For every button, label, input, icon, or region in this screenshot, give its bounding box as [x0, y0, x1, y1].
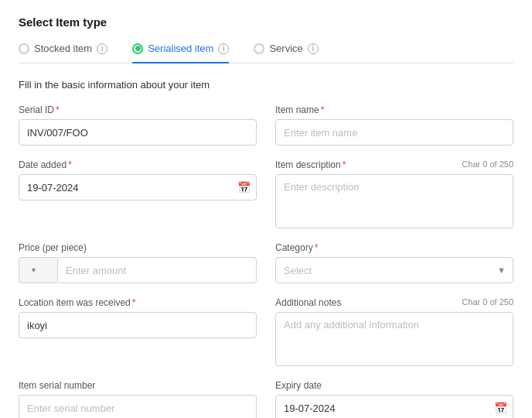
category-wrapper: Select ▼ [275, 257, 513, 283]
page-title: Select Item type [19, 15, 513, 29]
tab-stocked[interactable]: Stocked item i [19, 43, 107, 63]
additional-notes-label: Additional notes Char 0 of 250 [275, 297, 513, 308]
expiry-date-input[interactable] [275, 395, 513, 418]
category-label: Category* [275, 242, 513, 253]
location-label: Location item was received* [19, 297, 257, 308]
date-added-calendar-icon[interactable]: 📅 [237, 181, 251, 194]
item-description-required: * [343, 159, 346, 170]
tab-serialised-label: Serialised item [148, 43, 213, 54]
currency-select[interactable]: ▼ [19, 257, 57, 283]
date-added-group: Date added* 📅 [19, 159, 257, 228]
item-description-label: Item description* Char 0 of 250 [275, 159, 513, 170]
price-group: Price (per piece) ▼ [19, 242, 257, 283]
form-grid: Serial ID* Item name* Date added* 📅 Item… [19, 104, 513, 418]
serial-id-required: * [56, 104, 60, 115]
additional-notes-textarea[interactable] [275, 312, 513, 366]
expiry-date-wrapper: 📅 [275, 395, 513, 418]
location-required: * [132, 297, 136, 308]
item-serial-number-input[interactable] [19, 395, 257, 418]
item-name-required: * [321, 104, 325, 115]
tabs-container: Stocked item i Serialised item i Service… [19, 43, 513, 63]
currency-arrow-icon: ▼ [30, 266, 37, 274]
tab-serialised[interactable]: Serialised item i [132, 43, 229, 63]
tab-service-radio [254, 43, 264, 54]
location-input[interactable] [19, 312, 257, 338]
date-added-wrapper: 📅 [19, 174, 257, 200]
date-added-label: Date added* [19, 159, 257, 170]
service-info-icon[interactable]: i [308, 43, 319, 54]
item-name-label: Item name* [275, 104, 513, 115]
serial-id-group: Serial ID* [19, 104, 257, 146]
category-select[interactable]: Select [275, 257, 513, 283]
additional-notes-group: Additional notes Char 0 of 250 [275, 297, 513, 366]
expiry-date-label: Expiry date [275, 380, 513, 391]
category-required: * [315, 242, 319, 253]
item-name-input[interactable] [275, 119, 513, 146]
tab-serialised-radio [132, 43, 143, 54]
tab-service-label: Service [269, 43, 302, 54]
expiry-date-calendar-icon[interactable]: 📅 [494, 402, 507, 414]
tab-service[interactable]: Service i [254, 43, 318, 63]
serial-id-label: Serial ID* [19, 104, 257, 115]
price-label: Price (per piece) [19, 242, 257, 253]
serial-id-input[interactable] [19, 119, 257, 146]
tab-stocked-label: Stocked item [34, 43, 92, 54]
stocked-info-icon[interactable]: i [97, 43, 107, 54]
item-serial-number-label: Item serial number [19, 380, 257, 391]
category-group: Category* Select ▼ [275, 242, 513, 283]
price-input[interactable] [57, 257, 257, 283]
date-added-required: * [68, 159, 72, 170]
date-added-input[interactable] [19, 174, 257, 200]
expiry-date-group: Expiry date 📅 Set expiry reminder [275, 380, 513, 418]
item-serial-number-group: Item serial number [19, 380, 257, 418]
additional-notes-char-count: Char 0 of 250 [462, 297, 513, 307]
tab-stocked-radio [19, 43, 29, 54]
item-description-group: Item description* Char 0 of 250 [275, 159, 513, 228]
location-group: Location item was received* [19, 297, 257, 366]
serialised-info-icon[interactable]: i [218, 43, 229, 54]
price-wrapper: ▼ [19, 257, 257, 283]
item-description-char-count: Char 0 of 250 [462, 159, 513, 169]
section-title: Fill in the basic information about your… [19, 79, 513, 91]
item-name-group: Item name* [275, 104, 513, 146]
item-description-textarea[interactable] [275, 174, 513, 228]
